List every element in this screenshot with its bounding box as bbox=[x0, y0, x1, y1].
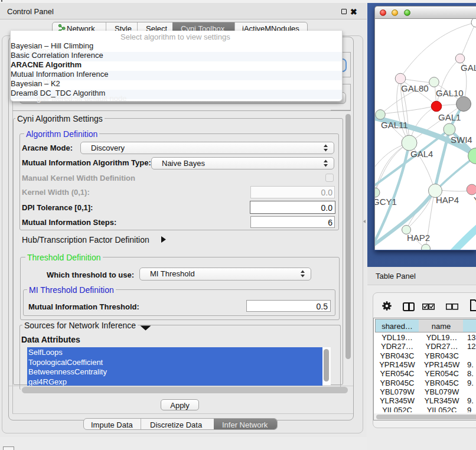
svg-text:GAL1: GAL1 bbox=[438, 112, 461, 122]
svg-text:HAP2: HAP2 bbox=[407, 233, 430, 243]
svg-text:GAL11: GAL11 bbox=[381, 120, 408, 130]
svg-text:GAL4: GAL4 bbox=[410, 149, 433, 159]
svg-text:GAL10: GAL10 bbox=[436, 88, 464, 98]
svg-text:SWI4: SWI4 bbox=[451, 135, 472, 145]
svg-text:GAL80: GAL80 bbox=[401, 83, 429, 93]
svg-text:GAL: GAL bbox=[461, 63, 476, 73]
svg-text:HAP4: HAP4 bbox=[436, 195, 459, 205]
svg-text:Y: Y bbox=[474, 195, 476, 205]
svg-text:GCY1: GCY1 bbox=[375, 197, 397, 207]
